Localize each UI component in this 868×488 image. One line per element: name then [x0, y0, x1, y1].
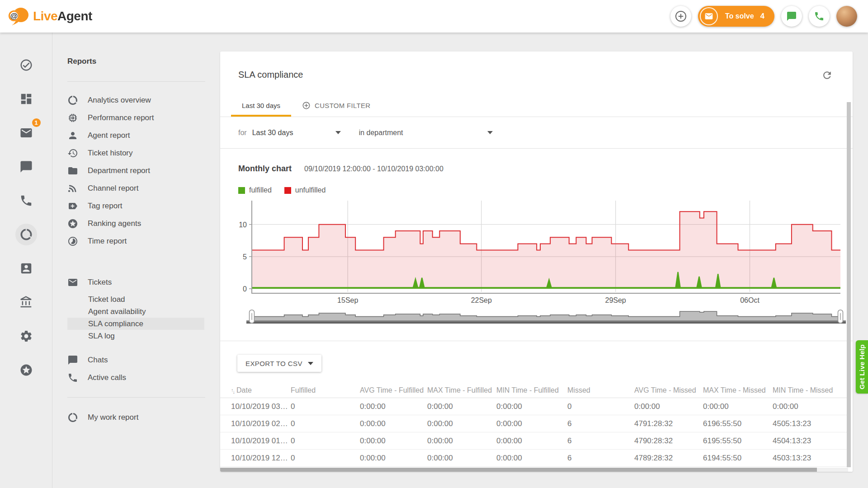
table-cell: 10/10/2019 01…	[231, 436, 291, 446]
liveagent-logo[interactable]: @ LiveAgent	[8, 7, 92, 26]
table-cell: 0:00:00	[427, 402, 496, 411]
table-cell: 4791:28:32	[634, 419, 703, 428]
phone-icon	[814, 11, 825, 22]
nav-item-label: Tag report	[88, 202, 123, 211]
nav-item-my-work-report[interactable]: My work report	[67, 408, 220, 426]
chart-container: 051015Sep22Sep29Sep06Oct	[231, 201, 853, 305]
nav-subitem-sla-compliance[interactable]: SLA compliance	[67, 318, 204, 330]
data-usage-icon	[67, 412, 78, 423]
slider-handle-right[interactable]	[838, 310, 843, 323]
nav-item-performance-report[interactable]: Performance report	[67, 109, 220, 127]
brand-live: Live	[33, 9, 57, 23]
tab-custom-filter[interactable]: CUSTOM FILTER	[291, 94, 381, 117]
table-cell: 0	[291, 419, 360, 428]
chart-legend: fulfilledunfulfilled	[238, 186, 853, 194]
column-header-min-time-missed[interactable]: MIN Time - Missed	[773, 386, 848, 394]
nav-item-channel-report[interactable]: Channel report	[67, 179, 220, 197]
table-cell: 6	[567, 419, 634, 428]
svg-text:5: 5	[243, 253, 247, 261]
nav-item-label: My work report	[88, 413, 138, 422]
rail-item-contact-card[interactable]	[15, 258, 37, 279]
to-solve-button[interactable]: To solve 4	[698, 6, 774, 27]
nav-item-time-report[interactable]: Time report	[67, 232, 220, 250]
department-select[interactable]: in department	[359, 129, 493, 137]
nav-item-ranking-agents[interactable]: Ranking agents	[67, 215, 220, 232]
chevron-down-icon	[335, 131, 341, 134]
get-live-help-tab[interactable]: Get Live Help	[856, 340, 868, 394]
filter-row: for Last 30 days in department	[220, 117, 853, 149]
topbar-actions: To solve 4	[670, 6, 857, 27]
calls-quick-button[interactable]	[809, 6, 830, 27]
nav-subitem-agent-availability[interactable]: Agent availability	[67, 305, 204, 318]
nav-subitem-sla-log[interactable]: SLA log	[67, 330, 204, 342]
brand-agent: Agent	[57, 9, 92, 23]
table-row: 10/10/2019 12…00:00:000:00:000:00:006478…	[220, 450, 848, 467]
timelapse-icon	[67, 236, 78, 247]
nav-children: Ticket loadAgent availabilitySLA complia…	[67, 293, 220, 342]
period-select[interactable]: Last 30 days	[252, 129, 341, 137]
chats-quick-button[interactable]	[781, 6, 802, 27]
column-header-missed[interactable]: Missed	[567, 386, 634, 394]
nav-item-tickets[interactable]: Tickets	[67, 273, 220, 291]
period-value: Last 30 days	[252, 129, 293, 137]
column-header-date[interactable]: ↑↓Date	[231, 386, 291, 394]
rail-item-email[interactable]: 1	[15, 122, 37, 144]
dashboard-icon	[19, 92, 33, 106]
nav-item-label: Channel report	[88, 184, 138, 193]
chart-range-slider[interactable]	[231, 308, 853, 326]
nav-item-department-report[interactable]: Department report	[67, 162, 220, 179]
rail-item-phone[interactable]	[15, 190, 37, 211]
tag-icon	[67, 201, 78, 211]
nav-item-analytics-overview[interactable]: Analytics overview	[67, 91, 220, 109]
rail-item-data-usage[interactable]	[15, 224, 37, 245]
range-slider-svg	[231, 308, 846, 326]
column-header-min-time-fulfilled[interactable]: MIN Time - Fulfilled	[496, 386, 567, 394]
column-header-fulfilled[interactable]: Fulfilled	[291, 386, 360, 394]
tab-last-30-days[interactable]: Last 30 days	[231, 94, 291, 117]
rail-item-check-circle[interactable]	[15, 54, 37, 76]
chevron-down-icon	[487, 131, 493, 134]
table-row: 10/10/2019 01…00:00:000:00:000:00:006479…	[220, 432, 848, 450]
nav-subitem-ticket-load[interactable]: Ticket load	[67, 293, 204, 305]
rail-item-gear[interactable]	[15, 325, 37, 347]
brand-text: LiveAgent	[33, 9, 92, 23]
reports-sidebar: Reports Analytics overviewPerformance re…	[52, 33, 220, 488]
nav-item-agent-report[interactable]: Agent report	[67, 127, 220, 144]
add-button[interactable]	[670, 6, 691, 27]
horizontal-scrollbar-thumb[interactable]	[220, 468, 817, 472]
sidebar-section-2: My work report	[67, 408, 220, 426]
table-cell: 0	[291, 402, 360, 411]
column-header-max-time-fulfilled[interactable]: MAX Time - Fulfilled	[427, 386, 496, 394]
history-icon	[67, 148, 78, 159]
slider-handle-left[interactable]	[250, 310, 255, 323]
memory-icon	[67, 113, 78, 123]
table-cell: 0:00:00	[496, 454, 567, 463]
table-cell: 0:00:00	[360, 402, 427, 411]
legend-label: unfulfilled	[295, 186, 326, 194]
to-solve-label: To solve	[725, 12, 754, 20]
nav-item-chats[interactable]: Chats	[67, 351, 220, 369]
table-cell: 10/10/2019 02…	[231, 419, 291, 428]
user-avatar[interactable]	[836, 6, 857, 27]
rail-item-bank[interactable]	[15, 291, 37, 313]
rail-item-chat[interactable]	[15, 156, 37, 178]
horizontal-scrollbar[interactable]	[220, 468, 848, 472]
table-cell: 4504:13:23	[773, 436, 848, 446]
table-cell: 0:00:00	[427, 454, 496, 463]
export-to-csv-button[interactable]: EXPORT TO CSV	[237, 355, 321, 372]
column-header-avg-time-missed[interactable]: AVG Time - Missed	[634, 386, 703, 394]
envelope-icon	[704, 12, 713, 21]
nav-item-tag-report[interactable]: Tag report	[67, 197, 220, 215]
nav-item-label: Chats	[88, 356, 108, 365]
column-header-max-time-missed[interactable]: MAX Time - Missed	[703, 386, 773, 394]
refresh-button[interactable]	[821, 70, 833, 81]
rail-item-star-circle[interactable]	[15, 359, 37, 381]
table-cell: 10/10/2019 03…	[231, 402, 291, 411]
column-header-avg-time-fulfilled[interactable]: AVG Time - Fulfilled	[360, 386, 427, 394]
nav-item-label: Active calls	[88, 373, 126, 382]
nav-item-active-calls[interactable]: Active calls	[67, 369, 220, 386]
rail-item-dashboard[interactable]	[15, 88, 37, 110]
nav-item-ticket-history[interactable]: Ticket history	[67, 144, 220, 162]
data-usage-icon	[67, 95, 78, 106]
vertical-scrollbar[interactable]	[847, 102, 851, 467]
